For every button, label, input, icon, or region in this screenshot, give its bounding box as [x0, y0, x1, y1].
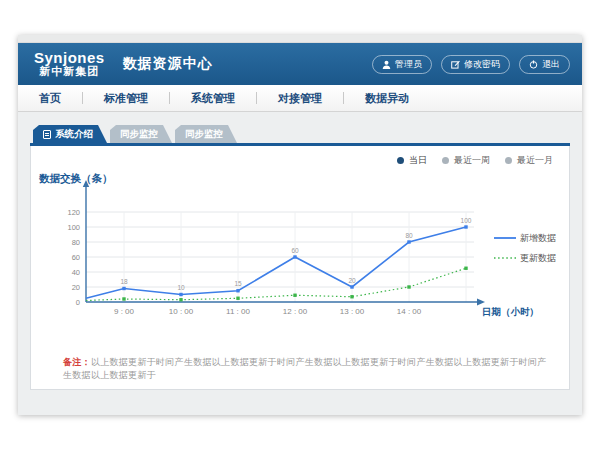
radio-label: 当日 [409, 154, 427, 167]
data-point-marker [179, 293, 182, 296]
chart-tick-labels: 0204060801001209 : 0010 : 0011 : 0012 : … [67, 208, 421, 316]
admin-user-label: 管理员 [395, 58, 422, 71]
svg-text:80: 80 [72, 238, 80, 247]
data-point-label: 18 [120, 278, 128, 285]
data-point-marker [350, 285, 353, 288]
tab-sync-monitor-2[interactable]: 同步监控 [175, 125, 237, 143]
page-title: 数据资源中心 [123, 55, 213, 73]
chart-legend: 新增数据更新数据 [494, 233, 556, 263]
nav-item-standard-mgmt[interactable]: 标准管理 [83, 91, 169, 106]
svg-text:新增数据: 新增数据 [520, 233, 556, 243]
data-point-marker [236, 289, 239, 292]
svg-text:10 : 00: 10 : 00 [169, 307, 194, 316]
nav-item-data-changes[interactable]: 数据异动 [344, 91, 430, 106]
logout-label: 退出 [542, 58, 560, 71]
change-password-label: 修改密码 [464, 58, 500, 71]
nav-item-integration-mgmt[interactable]: 对接管理 [257, 91, 343, 106]
x-axis-arrow-icon [477, 299, 485, 306]
svg-text:60: 60 [72, 253, 80, 262]
logo-text-en: Synjones [34, 50, 105, 66]
svg-text:100: 100 [67, 223, 80, 232]
data-point-label: 15 [234, 280, 242, 287]
admin-user-button[interactable]: 管理员 [372, 55, 432, 74]
radio-dot-icon [397, 157, 404, 164]
data-point-marker [350, 295, 353, 298]
nav-item-home[interactable]: 首页 [18, 91, 82, 106]
svg-text:13 : 00: 13 : 00 [340, 307, 365, 316]
data-point-marker [293, 294, 296, 297]
svg-text:120: 120 [67, 208, 80, 217]
data-point-marker [464, 267, 467, 270]
document-icon [43, 130, 51, 139]
card-body: 当日 最近一周 最近一月 0204060801001209 : 0010 : 0… [30, 146, 570, 390]
radio-label: 最近一月 [517, 154, 553, 167]
data-point-marker [407, 285, 410, 288]
svg-text:9 : 00: 9 : 00 [114, 307, 135, 316]
header-bar: Synjones 新中新集团 数据资源中心 管理员 修改密码 退出 [18, 43, 582, 85]
logo-text-cn: 新中新集团 [34, 66, 105, 78]
svg-text:11 : 00: 11 : 00 [226, 307, 250, 316]
change-password-button[interactable]: 修改密码 [441, 55, 510, 74]
footnote-text: 以上数据更新于时间产生数据以上数据更新于时间产生数据以上数据更新于时间产生数据以… [63, 357, 547, 380]
x-axis-title: 日期（小时） [482, 306, 539, 318]
data-point-label: 100 [461, 217, 472, 224]
tab-label: 系统介绍 [55, 128, 93, 141]
data-point-marker [236, 297, 239, 300]
power-icon [529, 60, 538, 69]
data-point-marker [122, 297, 125, 300]
nav-item-system-mgmt[interactable]: 系统管理 [170, 91, 256, 106]
data-point-marker [122, 287, 125, 290]
svg-text:14 : 00: 14 : 00 [397, 307, 422, 316]
main-nav: 首页 标准管理 系统管理 对接管理 数据异动 [18, 85, 582, 112]
company-logo: Synjones 新中新集团 [34, 50, 105, 77]
radio-last-week[interactable]: 最近一周 [442, 154, 490, 167]
header-actions: 管理员 修改密码 退出 [372, 43, 570, 85]
radio-dot-icon [442, 157, 449, 164]
data-point-label: 60 [291, 247, 299, 254]
tab-sync-monitor-1[interactable]: 同步监控 [110, 125, 172, 143]
window-top-strip [18, 35, 582, 43]
logout-button[interactable]: 退出 [519, 55, 570, 74]
edit-icon [451, 60, 460, 69]
footnote: 备注：以上数据更新于时间产生数据以上数据更新于时间产生数据以上数据更新于时间产生… [63, 356, 555, 382]
footnote-prefix: 备注： [63, 357, 91, 367]
data-point-marker [293, 255, 296, 258]
tab-system-intro[interactable]: 系统介绍 [33, 125, 107, 143]
data-point-label: 20 [348, 277, 356, 284]
data-exchange-line-chart: 0204060801001209 : 0010 : 0011 : 0012 : … [36, 170, 556, 330]
data-point-label: 80 [405, 232, 413, 239]
data-point-marker [464, 225, 467, 228]
app-window: Synjones 新中新集团 数据资源中心 管理员 修改密码 退出 首页 标准管… [18, 35, 582, 415]
svg-text:20: 20 [72, 283, 80, 292]
chart-grid [86, 212, 474, 302]
svg-text:更新数据: 更新数据 [520, 253, 556, 263]
person-icon [382, 60, 391, 69]
radio-today[interactable]: 当日 [397, 154, 427, 167]
tab-bar: 系统介绍 同步监控 同步监控 [33, 125, 237, 143]
svg-text:40: 40 [72, 268, 80, 277]
tab-label: 同步监控 [185, 128, 223, 141]
radio-last-month[interactable]: 最近一月 [505, 154, 553, 167]
svg-text:12 : 00: 12 : 00 [283, 307, 308, 316]
radio-dot-icon [505, 157, 512, 164]
data-point-marker [179, 298, 182, 301]
tab-label: 同步监控 [120, 128, 158, 141]
data-point-label: 10 [177, 284, 185, 291]
content-card: 系统介绍 同步监控 同步监控 当日 最近一周 [30, 125, 570, 390]
radio-label: 最近一周 [454, 154, 490, 167]
svg-text:0: 0 [76, 298, 80, 307]
time-range-filter: 当日 最近一周 最近一月 [397, 154, 553, 167]
data-point-marker [407, 240, 410, 243]
y-axis-title: 数据交换（条） [38, 172, 113, 185]
